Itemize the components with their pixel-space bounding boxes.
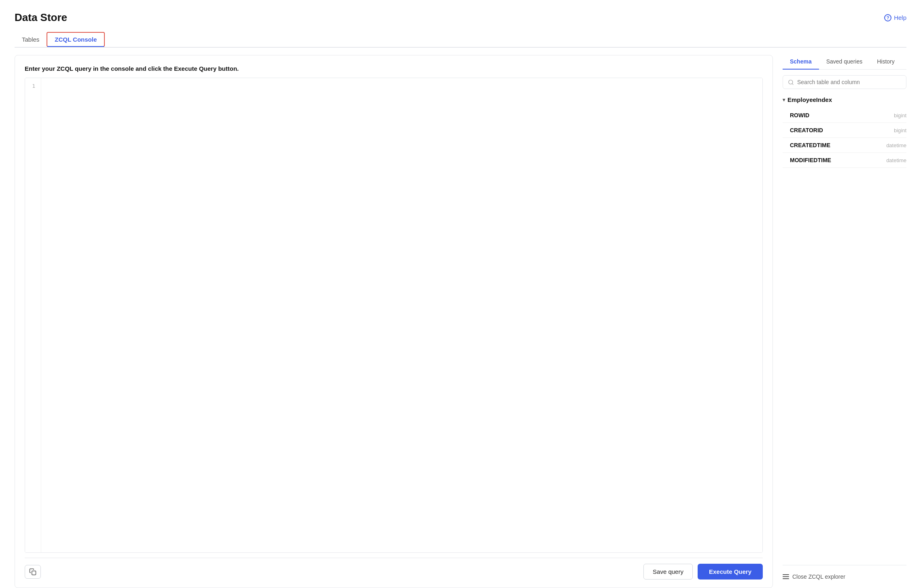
field-type-rowid: bigint xyxy=(894,112,906,118)
chevron-down-icon: ▾ xyxy=(783,97,785,103)
field-type-modifiedtime: datetime xyxy=(886,157,906,163)
schema-search-container xyxy=(783,75,906,89)
tree-group-name: EmployeeIndex xyxy=(787,96,832,103)
schema-tree: ▾ EmployeeIndex ROWID bigint CREATORID b… xyxy=(783,96,906,168)
schema-panel: Schema Saved queries History ▾ EmployeeI… xyxy=(773,55,906,588)
schema-tab-saved-queries[interactable]: Saved queries xyxy=(819,55,870,70)
tab-tables[interactable]: Tables xyxy=(15,33,47,47)
page-title: Data Store xyxy=(15,11,67,24)
tree-group-header[interactable]: ▾ EmployeeIndex xyxy=(783,96,906,103)
copy-button[interactable] xyxy=(25,565,41,579)
main-tabs: Tables ZCQL Console xyxy=(15,32,906,48)
close-explorer-label: Close ZCQL explorer xyxy=(792,573,845,580)
field-name-modifiedtime: MODIFIEDTIME xyxy=(790,157,831,163)
help-label: Help xyxy=(894,14,906,21)
line-numbers: 1 xyxy=(25,78,41,552)
field-name-createdtime: CREATEDTIME xyxy=(790,142,830,148)
svg-line-2 xyxy=(792,83,793,85)
query-input[interactable] xyxy=(41,78,762,552)
action-buttons: Save query Execute Query xyxy=(643,564,763,580)
editor-area: 1 xyxy=(25,78,763,553)
field-name-rowid: ROWID xyxy=(790,112,809,118)
help-icon: ? xyxy=(884,14,891,21)
schema-field-modifiedtime: MODIFIEDTIME datetime xyxy=(783,153,906,168)
svg-rect-0 xyxy=(32,571,36,575)
copy-icon xyxy=(29,568,36,575)
execute-query-button[interactable]: Execute Query xyxy=(698,564,763,580)
field-type-creatorid: bigint xyxy=(894,127,906,133)
schema-tab-schema[interactable]: Schema xyxy=(783,55,819,70)
hamburger-icon xyxy=(783,574,789,579)
schema-tab-history[interactable]: History xyxy=(870,55,902,70)
tab-zcql-console[interactable]: ZCQL Console xyxy=(47,32,105,47)
schema-field-createdtime: CREATEDTIME datetime xyxy=(783,138,906,153)
help-link[interactable]: ? Help xyxy=(884,14,906,21)
close-explorer-button[interactable]: Close ZCQL explorer xyxy=(783,565,906,588)
schema-tabs: Schema Saved queries History xyxy=(783,55,906,70)
save-query-button[interactable]: Save query xyxy=(643,564,693,580)
field-type-createdtime: datetime xyxy=(886,142,906,148)
console-instructions: Enter your ZCQL query in the console and… xyxy=(25,65,763,72)
field-name-creatorid: CREATORID xyxy=(790,127,823,133)
line-number-1: 1 xyxy=(32,83,35,89)
editor-footer: Save query Execute Query xyxy=(25,558,763,580)
schema-search-input[interactable] xyxy=(797,79,901,85)
editor-panel: Enter your ZCQL query in the console and… xyxy=(15,55,773,588)
schema-field-creatorid: CREATORID bigint xyxy=(783,123,906,138)
search-icon xyxy=(788,79,794,85)
schema-field-rowid: ROWID bigint xyxy=(783,108,906,123)
